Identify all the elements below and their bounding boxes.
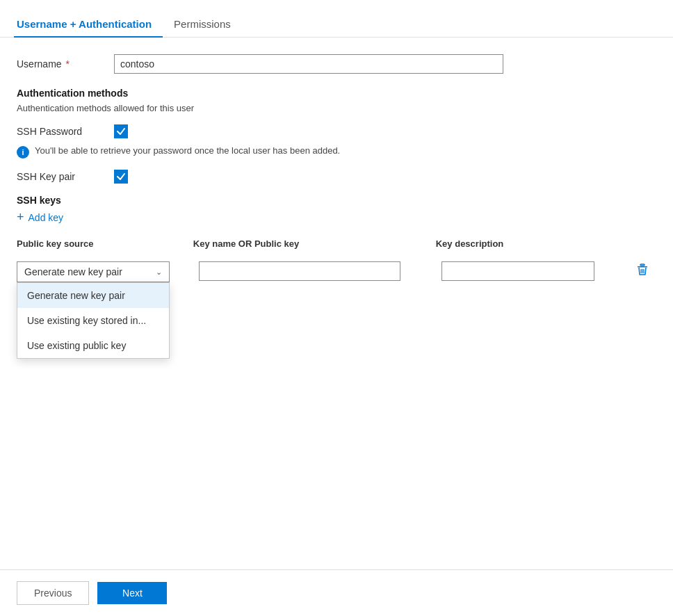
- dropdown-trigger[interactable]: Generate new key pair ⌄: [17, 261, 170, 282]
- dropdown-container: Generate new key pair ⌄ Generate new key…: [17, 261, 170, 282]
- username-input[interactable]: [114, 54, 503, 74]
- key-name-input[interactable]: [199, 261, 400, 281]
- ssh-keys-title: SSH keys: [17, 195, 656, 206]
- next-button[interactable]: Next: [97, 582, 167, 604]
- svg-rect-1: [640, 264, 644, 266]
- ssh-password-info-text: You'll be able to retrieve your password…: [35, 145, 340, 156]
- footer: Previous Next: [0, 569, 673, 616]
- table-row: Generate new key pair ⌄ Generate new key…: [17, 256, 656, 288]
- col-actions: [627, 238, 656, 256]
- dropdown-item-generate[interactable]: Generate new key pair: [17, 283, 169, 308]
- keys-table: Public key source Key name OR Public key…: [17, 238, 656, 288]
- ssh-password-info-row: i You'll be able to retrieve your passwo…: [17, 145, 656, 159]
- previous-button[interactable]: Previous: [17, 581, 89, 605]
- dropdown-menu: Generate new key pair Use existing key s…: [17, 282, 170, 359]
- auth-methods-desc: Authentication methods allowed for this …: [17, 103, 656, 113]
- checkmark-icon-2: [116, 172, 126, 181]
- delete-cell: [627, 256, 656, 288]
- table-header-row: Public key source Key name OR Public key…: [17, 238, 656, 256]
- dropdown-selected-label: Generate new key pair: [24, 266, 122, 277]
- ssh-password-label: SSH Password: [17, 126, 114, 137]
- key-desc-cell: [436, 256, 627, 288]
- col-key-name-or-public-key: Key name OR Public key: [193, 238, 436, 256]
- tab-username-auth[interactable]: Username + Authentication: [14, 11, 163, 37]
- public-key-source-cell: Generate new key pair ⌄ Generate new key…: [17, 256, 193, 288]
- ssh-keypair-checkbox[interactable]: [114, 170, 128, 184]
- main-content: Username * Authentication methods Authen…: [0, 38, 673, 569]
- plus-icon: +: [17, 210, 24, 225]
- username-row: Username *: [17, 54, 656, 74]
- key-description-input[interactable]: [441, 261, 594, 281]
- col-key-description: Key description: [436, 238, 627, 256]
- auth-methods-title: Authentication methods: [17, 88, 656, 99]
- add-key-button[interactable]: + Add key: [17, 210, 63, 225]
- ssh-keypair-row: SSH Key pair: [17, 170, 656, 184]
- col-public-key-source: Public key source: [17, 238, 193, 256]
- add-key-label: Add key: [29, 212, 64, 223]
- ssh-password-checkbox[interactable]: [114, 124, 128, 138]
- ssh-password-row: SSH Password: [17, 124, 656, 138]
- ssh-keys-section: SSH keys + Add key Public key source Key…: [17, 195, 656, 288]
- checkmark-icon: [116, 127, 126, 136]
- username-label: Username *: [17, 58, 114, 70]
- tab-permissions[interactable]: Permissions: [171, 11, 242, 37]
- key-name-cell: [193, 256, 436, 288]
- trash-icon: [635, 263, 649, 277]
- ssh-keypair-label: SSH Key pair: [17, 171, 114, 182]
- dropdown-item-existing-public[interactable]: Use existing public key: [17, 333, 169, 358]
- tabs-bar: Username + Authentication Permissions: [0, 0, 673, 38]
- chevron-down-icon: ⌄: [156, 268, 162, 277]
- required-indicator: *: [65, 58, 69, 70]
- auth-methods-section: Authentication methods Authentication me…: [17, 88, 656, 184]
- info-icon: i: [17, 146, 29, 159]
- delete-row-button[interactable]: [633, 260, 656, 279]
- page-container: Username + Authentication Permissions Us…: [0, 0, 673, 616]
- svg-rect-0: [638, 266, 647, 268]
- dropdown-item-existing-stored[interactable]: Use existing key stored in...: [17, 308, 169, 333]
